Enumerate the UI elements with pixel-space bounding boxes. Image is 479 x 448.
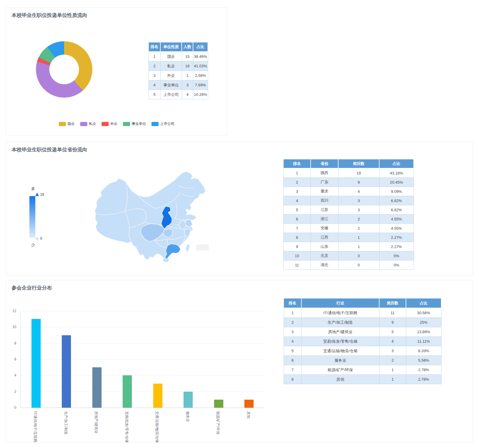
legend-swatch-icon — [80, 122, 87, 126]
gridline — [21, 375, 264, 376]
china-map-chart[interactable] — [88, 166, 219, 266]
table-row: 1IT/通信/电子/互联网1130.56% — [284, 308, 441, 318]
legend-item[interactable]: 外企 — [102, 121, 118, 126]
table-cell: 5 — [379, 327, 406, 337]
table-cell: 4 — [283, 196, 311, 205]
bar[interactable] — [31, 319, 41, 408]
table-row: 2生产/加工/制造925% — [284, 318, 441, 327]
table-cell: 山东 — [311, 242, 338, 251]
table-cell: 2 — [338, 215, 379, 224]
table-cell: 7 — [284, 365, 301, 375]
bar[interactable] — [184, 392, 193, 408]
table-cell: 11 — [283, 260, 311, 270]
table-cell: 5.56% — [406, 356, 441, 365]
industry-bar-chart[interactable] — [20, 311, 264, 408]
table-row: 4贸易/批发/零售/仓储411.11% — [284, 337, 441, 346]
table-cell: 4.55% — [379, 224, 414, 233]
x-axis-label: 房地产/建筑业 — [94, 411, 99, 433]
table-row: 4事业单位37.69% — [148, 80, 208, 90]
visualmap-gradient-bar[interactable] — [29, 196, 35, 238]
table-cell: 1 — [284, 308, 301, 318]
table-cell: 外企 — [160, 71, 182, 80]
bar[interactable] — [62, 335, 71, 408]
table-cell: 10.26% — [193, 90, 208, 99]
visualmap-max-value: 19 — [40, 193, 44, 197]
table-cell: 交通/运输/物流/仓储 — [301, 346, 379, 356]
gridline — [21, 343, 264, 344]
table-cell: 0% — [379, 251, 414, 260]
y-axis-tick: 10 — [12, 325, 16, 329]
table-cell: 江苏 — [311, 205, 338, 215]
table-cell: 浙江 — [311, 215, 338, 224]
column-header: 占比 — [193, 42, 208, 52]
table-cell: 25% — [406, 318, 441, 327]
column-header: 排名 — [148, 42, 160, 52]
table-cell: 1 — [283, 168, 311, 178]
bar[interactable] — [92, 367, 102, 408]
table-cell: 陕西 — [311, 168, 338, 178]
panel-title: 本校毕业生职位投递单位性质流向 — [12, 12, 87, 19]
table-cell: 15 — [182, 52, 193, 61]
table-cell: 11 — [379, 308, 406, 318]
table-row: 5交通/运输/物流/仓储38.33% — [284, 346, 441, 356]
gridline — [21, 359, 264, 360]
legend-swatch-icon — [59, 122, 66, 126]
table-cell: IT/通信/电子/互联网 — [301, 308, 379, 318]
table-cell: 4 — [284, 337, 301, 346]
table-cell: 16 — [182, 61, 193, 71]
legend-item[interactable]: 私企 — [80, 121, 96, 126]
table-row: 9山东12.27% — [283, 242, 414, 251]
table-cell: 5 — [148, 90, 160, 99]
visualmap-min-value: 0 — [40, 236, 42, 241]
visualmap-max-handle-icon[interactable] — [35, 193, 39, 196]
y-axis-tick: 0 — [14, 406, 16, 410]
table-cell: 4 — [148, 80, 160, 90]
x-axis-label: 能源/矿产/环保 — [215, 411, 220, 435]
pie-legend: 国企私企外企事业单位上市公司 — [6, 121, 227, 126]
table-row: 8江西12.27% — [283, 233, 414, 242]
table-cell: 6.82% — [379, 196, 414, 205]
donut-hole — [49, 55, 79, 84]
visualmap-min-handle-icon[interactable] — [35, 238, 39, 241]
table-cell: 生产/加工/制造 — [301, 318, 379, 327]
table-cell: 3 — [182, 80, 193, 90]
bar[interactable] — [244, 400, 254, 408]
x-axis-label: 服务业 — [185, 411, 190, 422]
table-cell: 6 — [283, 215, 311, 224]
table-cell: 2.56% — [193, 71, 208, 80]
table-row: 2私企1641.03% — [148, 61, 208, 71]
legend-swatch-icon — [102, 122, 109, 126]
table-row: 4四川36.82% — [283, 196, 414, 205]
table-cell: 事业单位 — [160, 80, 182, 90]
table-cell: 1 — [379, 375, 406, 384]
table-cell: 4.55% — [379, 215, 414, 224]
table-cell: 11.11% — [406, 337, 441, 346]
bar[interactable] — [153, 384, 162, 408]
table-row: 6浙江24.55% — [283, 215, 414, 224]
table-row: 5江苏36.82% — [283, 205, 414, 215]
table-cell: 9.09% — [379, 187, 414, 196]
legend-label: 私企 — [89, 121, 96, 126]
table-cell: 4 — [182, 90, 193, 99]
table-cell: 国企 — [160, 52, 182, 61]
industry-table: 排名行业简历数占比1IT/通信/电子/互联网1130.56%2生产/加工/制造9… — [283, 298, 442, 384]
legend-item[interactable]: 国企 — [59, 121, 75, 126]
map-region-guangdong[interactable] — [165, 244, 181, 259]
legend-item[interactable]: 上市公司 — [151, 121, 175, 126]
table-cell: 8 — [284, 375, 301, 384]
legend-label: 国企 — [68, 121, 75, 126]
table-cell: 2.78% — [406, 375, 441, 384]
table-cell: 0% — [379, 260, 414, 270]
map-region-taiwan[interactable] — [185, 244, 190, 252]
column-header: 行业 — [301, 298, 379, 308]
legend-swatch-icon — [151, 122, 159, 126]
legend-swatch-icon — [123, 122, 130, 126]
table-cell: 上市公司 — [160, 90, 182, 99]
bar[interactable] — [214, 400, 223, 408]
legend-item[interactable]: 事业单位 — [123, 121, 146, 126]
table-cell: 8 — [283, 233, 311, 242]
bar[interactable] — [123, 375, 132, 408]
table-cell: 安徽 — [311, 224, 338, 233]
table-cell: 0 — [338, 251, 379, 260]
legend-label: 外企 — [110, 121, 118, 126]
